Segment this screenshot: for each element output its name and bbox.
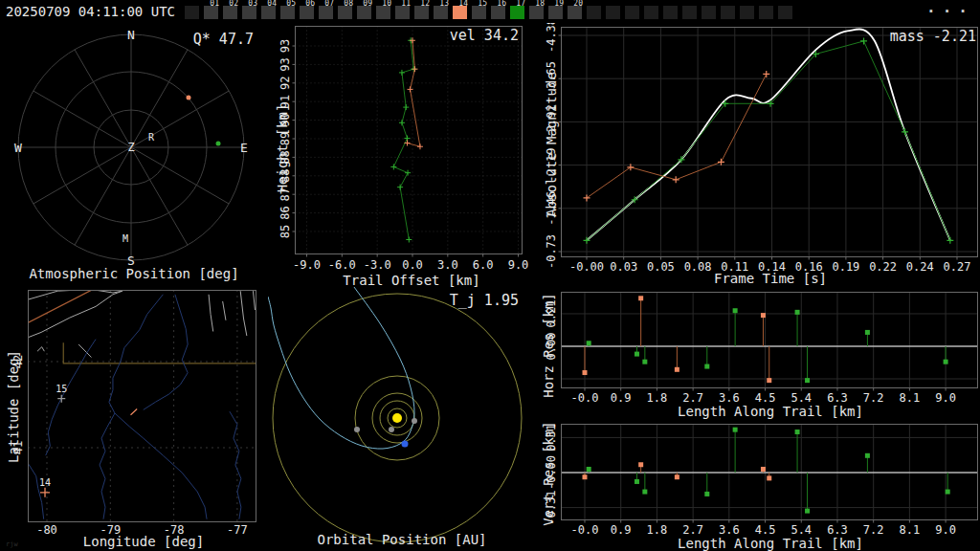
river	[100, 413, 115, 519]
meteoroid-orbit	[268, 287, 414, 449]
frame-number-label: 15	[478, 0, 487, 8]
frame-box-06[interactable]: 06	[300, 0, 314, 23]
trail-ylabel: Height [km]	[275, 104, 290, 193]
station-orange-marker	[408, 86, 413, 92]
frame-box-unused[interactable]	[682, 0, 697, 23]
vertical-residuals-plot: -0.00.91.82.73.64.55.46.37.28.19.00.31-0…	[536, 419, 980, 551]
timestamp: 20250709 04:11:00 UTC	[6, 4, 175, 19]
frame-box-20[interactable]: 20	[568, 0, 582, 23]
frame-box-05[interactable]: 05	[280, 0, 295, 23]
length-tick-label: 1.8	[647, 523, 668, 537]
frame-number-label: 07	[324, 0, 334, 8]
station-orange-marker	[417, 143, 423, 149]
orbital-position-plot	[268, 287, 536, 551]
compass-west-label: W	[14, 141, 22, 155]
frame-number-label: 19	[554, 0, 564, 8]
station-green-marker	[642, 490, 647, 495]
length-tick-label: 2.7	[682, 391, 703, 405]
river	[109, 295, 207, 519]
meteor-analysis-app: 20250709 04:11:00 UTC 010203040506070809…	[0, 0, 980, 551]
station-orange-line	[407, 40, 420, 146]
station-orange-marker	[767, 475, 771, 480]
frame-box-fill	[223, 6, 237, 19]
offset-tick-label: 0.0	[402, 258, 423, 272]
frame-box-unused[interactable]	[702, 0, 716, 23]
length-tick-label: 9.0	[935, 391, 956, 405]
frame-box-10[interactable]: 10	[376, 0, 390, 23]
map-features: 1415	[28, 287, 256, 519]
frame-box-unused[interactable]	[587, 0, 601, 23]
vert-res-ylabel: Vert Res [km]	[541, 421, 556, 526]
frame-box-01[interactable]: 01	[204, 0, 218, 23]
station-orange-marker	[675, 474, 679, 479]
frame-box-fill	[242, 6, 256, 19]
station-orange-marker	[761, 313, 766, 318]
frame-box-03[interactable]: 03	[242, 0, 256, 23]
height-tick-label: 92	[278, 77, 292, 90]
station-green-marker	[405, 170, 411, 176]
trail-xlabel: Trail Offset [km]	[287, 273, 536, 288]
venus-planet	[412, 418, 417, 424]
zenith-label: Z	[127, 141, 134, 154]
frame-box-fill	[185, 6, 199, 19]
frame-box-12[interactable]: 12	[414, 0, 429, 23]
frame-box-unused[interactable]	[778, 0, 792, 23]
frame-number-label: 04	[267, 0, 277, 8]
length-tick-label: 7.2	[863, 523, 884, 537]
frame-box-fill	[740, 6, 754, 19]
horz-res-ylabel: Horz Res [km]	[541, 293, 556, 398]
river	[29, 464, 44, 519]
frame-box-09[interactable]: 09	[357, 0, 371, 23]
frame-box-fill	[587, 6, 601, 19]
frame-box-02[interactable]: 02	[223, 0, 237, 23]
station-green-marker	[399, 70, 405, 76]
frame-box-fill	[395, 6, 410, 19]
station-green-marker	[795, 310, 800, 315]
length-tick-label: -0.0	[571, 523, 599, 537]
length-tick-label: 3.6	[719, 391, 740, 405]
frame-box-08[interactable]: 08	[338, 0, 352, 23]
station-orange-marker	[763, 71, 769, 77]
frame-box-15[interactable]: 15	[472, 0, 486, 23]
length-tick-label: 3.6	[719, 523, 740, 537]
station-orange-marker	[761, 467, 766, 472]
length-tick-label: 1.8	[647, 391, 668, 405]
frame-box-fill	[261, 6, 276, 19]
frame-box-blank[interactable]	[185, 0, 199, 23]
frame-box-04[interactable]: 04	[261, 0, 276, 23]
magnitude-ylabel: Absolute Magnitude	[544, 72, 559, 217]
frame-number-label: 12	[420, 0, 430, 8]
station-green-marker	[795, 430, 800, 434]
frame-number-label: 14	[458, 0, 468, 8]
frame-box-14[interactable]: 14	[453, 0, 467, 23]
height-tick-label: 86	[278, 206, 292, 219]
frame-box-unused[interactable]	[740, 0, 754, 23]
station-orange-marker	[404, 141, 410, 146]
station-marker-15	[57, 395, 65, 403]
station-green-marker	[397, 185, 403, 190]
station-green-marker	[865, 330, 870, 335]
frame-box-16[interactable]: 16	[491, 0, 505, 23]
frame-number-label: 03	[248, 0, 257, 8]
frame-box-11[interactable]: 11	[395, 0, 410, 23]
frame-box-unused[interactable]	[721, 0, 735, 23]
frame-box-07[interactable]: 07	[319, 0, 333, 23]
frame-box-19[interactable]: 19	[548, 0, 563, 23]
length-tick-label: 5.4	[791, 391, 812, 405]
frame-box-fill	[472, 6, 486, 19]
frame-box-17[interactable]: 17	[510, 0, 524, 23]
frame-box-unused[interactable]	[606, 0, 620, 23]
station-green-marker	[399, 120, 405, 125]
track-fragment	[131, 409, 138, 415]
frame-box-unused[interactable]	[644, 0, 658, 23]
frame-box-unused[interactable]	[625, 0, 639, 23]
frame-box-18[interactable]: 18	[529, 0, 544, 23]
frame-box-unused[interactable]	[663, 0, 678, 23]
coastline	[223, 301, 226, 320]
frame-box-13[interactable]: 13	[434, 0, 448, 23]
trail-offset-plot: 9393929190898888878685-9.0-6.0-3.00.03.0…	[268, 23, 536, 287]
overflow-menu-icon[interactable]: ···	[926, 2, 974, 20]
horizontal-residuals-plot: -0.00.91.82.73.64.55.46.37.28.19.00.210.…	[536, 287, 980, 419]
length-tick-label: 4.5	[755, 523, 776, 537]
frame-box-unused[interactable]	[759, 0, 773, 23]
